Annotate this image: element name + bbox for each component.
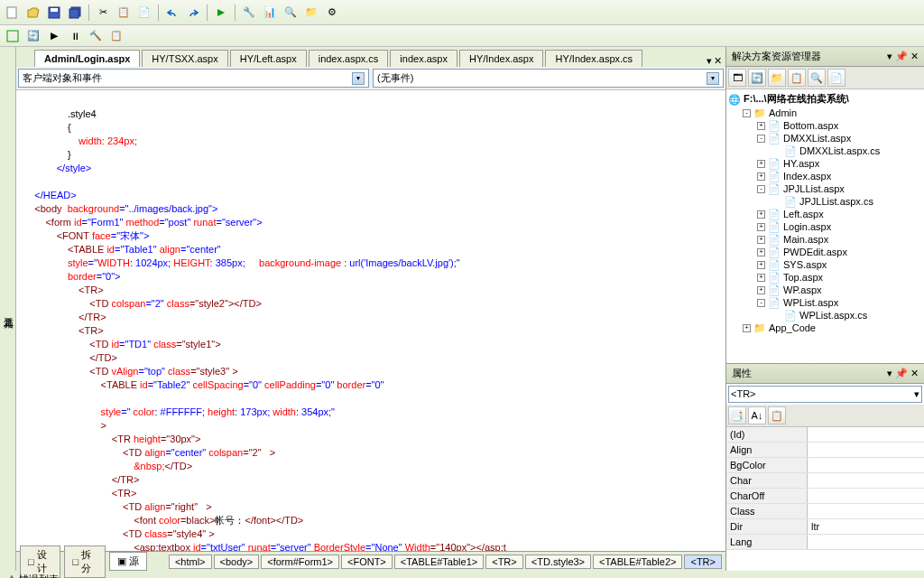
tree-expand-icon[interactable]: + [743,324,751,332]
bc-7[interactable]: <TABLE#Table2> [593,555,682,569]
tree-expand-icon[interactable]: + [757,210,765,219]
icon-1[interactable]: 🔧 [240,4,258,22]
tree-expand-icon[interactable]: - [757,299,765,307]
tab-close-icon[interactable]: ✕ [714,55,722,67]
bc-0[interactable]: <html> [169,555,212,569]
tree-item[interactable]: +📁App_Code [728,322,922,334]
tree-item[interactable]: -📄DMXXList.aspx [728,132,922,144]
property-value[interactable] [808,504,924,518]
btn-c[interactable]: ▶ [45,27,63,45]
property-value[interactable] [808,473,924,488]
code-editor[interactable]: .style4 { width: 234px; } </style> </HEA… [16,90,725,551]
icon-5[interactable]: ⚙ [323,4,341,22]
tree-expand-icon[interactable]: + [757,274,765,282]
tree-expand-icon[interactable]: + [757,248,765,256]
tab-dropdown-icon[interactable]: ▾ [707,55,712,67]
bc-1[interactable]: <body> [214,555,260,569]
bc-6[interactable]: <TD.style3> [525,555,591,569]
property-row[interactable]: Class [726,504,924,519]
close-icon[interactable]: ✕ [910,368,919,378]
tree-expand-icon[interactable]: - [757,135,765,143]
tree-expand-icon[interactable]: + [757,160,765,168]
property-row[interactable]: Lang [726,535,924,550]
show-icon[interactable]: 📋 [788,69,806,87]
source-tab[interactable]: ▣源 [109,552,147,571]
tab-4[interactable]: index.aspx [390,50,457,67]
pin-icon[interactable]: 📌 [895,368,908,378]
property-value[interactable] [808,443,924,457]
pin-icon[interactable]: 📌 [895,51,908,61]
properties-grid[interactable]: (Id)AlignBgColorCharCharOffClassDirltrLa… [726,427,924,571]
tab-5[interactable]: HY/Index.aspx [459,50,544,67]
categorized-icon[interactable]: 📑 [728,406,746,424]
bc-5[interactable]: <TR> [485,555,523,569]
tree-expand-icon[interactable]: + [757,172,765,181]
tree-item[interactable]: +📄Main.aspx [728,233,922,246]
tree-root[interactable]: 🌐 F:\...\网络在线拍卖系统\ [728,91,922,107]
tree-expand-icon[interactable]: - [743,109,751,117]
toolbox-sidebar[interactable]: 工具箱 [0,47,16,571]
tree-item[interactable]: 📄WPList.aspx.cs [728,309,922,322]
tab-3[interactable]: index.aspx.cs [309,50,389,67]
tree-item[interactable]: -📁Admin [728,107,922,119]
undo-btn[interactable] [163,4,181,22]
property-value[interactable] [808,458,924,472]
open-btn[interactable] [24,4,42,22]
refresh-icon[interactable]: 🔄 [748,69,766,87]
tab-6[interactable]: HY/Index.aspx.cs [545,50,642,67]
cut-btn[interactable]: ✂ [94,4,112,22]
props-page-icon[interactable]: 📋 [768,406,786,424]
close-icon[interactable]: ✕ [910,51,919,61]
tab-1[interactable]: HY/TSXX.aspx [142,50,227,67]
icon-4[interactable]: 📁 [302,4,320,22]
tree-item[interactable]: +📄HY.aspx [728,157,922,170]
view-icon[interactable]: 🔍 [808,69,826,87]
paste-btn[interactable]: 📄 [135,4,153,22]
new-project-btn[interactable] [4,4,22,22]
tree-expand-icon[interactable]: + [757,261,765,269]
bc-2[interactable]: <form#Form1> [261,555,339,569]
tree-expand-icon[interactable]: + [757,286,765,294]
tree-item[interactable]: +📄Login.aspx [728,220,922,233]
tab-2[interactable]: HY/Left.aspx [230,50,307,67]
property-row[interactable]: CharOff [726,489,924,504]
btn-d[interactable]: ⏸ [66,27,84,45]
alphabetical-icon[interactable]: A↓ [748,406,766,424]
tab-0[interactable]: Admin/Login.aspx [34,50,140,67]
tree-expand-icon[interactable]: + [757,236,765,244]
tree-item[interactable]: 📄DMXXList.aspx.cs [728,144,922,157]
tree-item[interactable]: +📄SYS.aspx [728,258,922,271]
properties-selector[interactable]: <TR> ▾ [728,386,922,403]
tree-item[interactable]: -📄WPList.aspx [728,296,922,309]
tree-item[interactable]: +📄Bottom.aspx [728,119,922,132]
btn-b[interactable]: 🔄 [24,27,42,45]
tree-item[interactable]: -📄JPJLList.aspx [728,182,922,195]
run-btn[interactable] [212,4,230,22]
error-list-icon[interactable]: ⚠ [7,573,16,578]
tree-item[interactable]: +📄Top.aspx [728,271,922,284]
copy-path-icon[interactable]: 📄 [827,69,845,87]
property-row[interactable]: Char [726,473,924,489]
property-row[interactable]: Align [726,443,924,458]
btn-f[interactable]: 📋 [107,27,125,45]
save-all-btn[interactable] [66,4,84,22]
property-value[interactable]: ltr [808,519,924,534]
property-value[interactable] [808,535,924,549]
object-dropdown[interactable]: 客户端对象和事件 ▾ [18,69,369,88]
property-row[interactable]: Dirltr [726,519,924,535]
icon-2[interactable]: 📊 [261,4,279,22]
tree-expand-icon[interactable]: + [757,122,765,130]
prop-icon[interactable]: 🗔 [728,69,746,87]
dropdown-icon[interactable]: ▾ [887,368,892,378]
nest-icon[interactable]: 📁 [768,69,786,87]
solution-tree[interactable]: 🌐 F:\...\网络在线拍卖系统\ -📁Admin+📄Bottom.aspx-… [726,89,924,363]
copy-btn[interactable]: 📋 [115,4,133,22]
property-value[interactable] [808,427,924,442]
bc-3[interactable]: <FONT> [341,555,393,569]
save-btn[interactable] [45,4,63,22]
btn-a[interactable] [4,27,22,45]
btn-e[interactable]: 🔨 [87,27,105,45]
property-value[interactable] [808,489,924,503]
tree-item[interactable]: +📄Index.aspx [728,170,922,182]
tree-item[interactable]: +📄WP.aspx [728,284,922,296]
